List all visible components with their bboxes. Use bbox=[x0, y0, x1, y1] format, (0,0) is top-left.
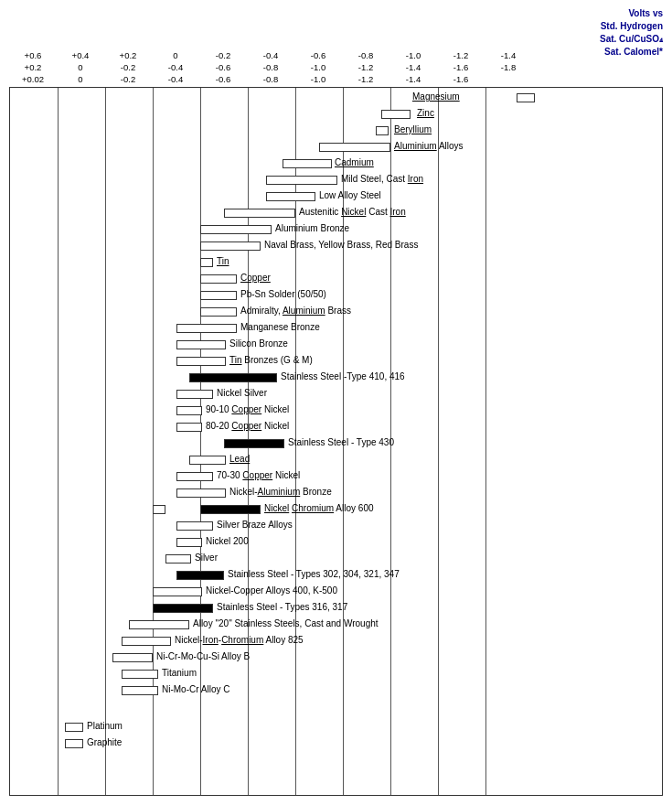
bar-beryllium bbox=[376, 126, 389, 135]
label-alloy-20: Alloy "20" Stainless Steels, Cast and Wr… bbox=[193, 618, 379, 628]
row-titanium: Titanium bbox=[10, 666, 662, 682]
row-nickel-iron-chromium-825: Nickel-Iron-Chromium Alloy 825 bbox=[10, 633, 662, 649]
axis-top: +0.6 +0.4 +0.2 0 -0.2 -0.4 -0.6 -0.8 -1.… bbox=[9, 50, 663, 89]
bar-zinc bbox=[381, 110, 411, 119]
row-aluminium-bronze: Aluminium Bronze bbox=[10, 221, 662, 238]
label-nickel-silver: Nickel Silver bbox=[217, 388, 267, 398]
label-ss-302: Stainless Steel - Types 302, 304, 321, 3… bbox=[228, 569, 400, 579]
bar-cadmium bbox=[283, 159, 332, 168]
bar-80-20-cn bbox=[176, 423, 202, 432]
label-aluminium-bronze: Aluminium Bronze bbox=[275, 223, 349, 233]
row-pb-sn-solder: Pb-Sn Solder (50/50) bbox=[10, 287, 662, 304]
row-austenitic-nickel: Austenitic Nickel Cast Iron bbox=[10, 205, 662, 221]
row-nickel-aluminium-bronze: Nickel-Aluminium Bronze bbox=[10, 485, 662, 501]
row-70-30-cn: 70-30 Copper Nickel bbox=[10, 468, 662, 485]
bar-ss-430 bbox=[224, 439, 284, 448]
bar-nickel-chromium-600-outline bbox=[153, 505, 165, 514]
axis-row3: +0.02 0 -0.2 -0.4 -0.6 -0.8 -1.0 -1.2 -1… bbox=[9, 74, 663, 84]
label-80-20-cn: 80-20 Copper Nickel bbox=[206, 421, 289, 431]
bar-titanium bbox=[122, 670, 158, 679]
bar-aluminium-alloys bbox=[319, 143, 390, 152]
bar-pb-sn-solder bbox=[200, 291, 237, 300]
bar-ss-302 bbox=[176, 571, 224, 580]
legend-line3: Sat. Cu/CuSO₄ bbox=[600, 33, 663, 46]
bar-platinum bbox=[65, 723, 83, 732]
row-nickel-copper-alloys: Nickel-Copper Alloys 400, K-500 bbox=[10, 584, 662, 600]
row-nickel-200: Nickel 200 bbox=[10, 534, 662, 551]
bar-low-alloy-steel bbox=[266, 192, 315, 201]
label-silver-braze: Silver Braze Alloys bbox=[217, 520, 293, 530]
label-platinum: Platinum bbox=[87, 721, 123, 731]
label-70-30-cn: 70-30 Copper Nickel bbox=[217, 470, 300, 480]
row-graphite: Graphite bbox=[10, 735, 662, 752]
label-manganese-bronze: Manganese Bronze bbox=[240, 322, 320, 332]
row-cadmium: Cadmium bbox=[10, 156, 662, 172]
label-cadmium: Cadmium bbox=[335, 157, 374, 167]
label-nickel-aluminium-bronze: Nickel-Aluminium Bronze bbox=[229, 487, 332, 497]
label-nickel-iron-chromium-825: Nickel-Iron-Chromium Alloy 825 bbox=[175, 635, 304, 645]
label-aluminium-alloys: Aluminium Alloys bbox=[394, 141, 464, 151]
bar-lead bbox=[189, 456, 226, 465]
bar-ss-410 bbox=[189, 373, 277, 382]
row-alloy-20: Alloy "20" Stainless Steels, Cast and Wr… bbox=[10, 617, 662, 633]
bar-silver bbox=[165, 554, 191, 564]
bar-manganese-bronze bbox=[176, 324, 237, 333]
row-lead: Lead bbox=[10, 452, 662, 468]
row-silver-braze: Silver Braze Alloys bbox=[10, 518, 662, 534]
bar-nickel-silver bbox=[176, 390, 213, 399]
label-ss-410: Stainless Steel -Type 410, 416 bbox=[281, 371, 405, 381]
chart-area: +0.6 +0.4 +0.2 0 -0.2 -0.4 -0.6 -0.8 -1.… bbox=[9, 50, 663, 796]
row-ss-316: Stainless Steel - Types 316, 317 bbox=[10, 600, 662, 617]
label-tin: Tin bbox=[217, 256, 229, 266]
bar-austenitic-nickel bbox=[224, 209, 295, 218]
page: Volts vs Std. Hydrogen Sat. Cu/CuSO₄ Sat… bbox=[0, 0, 672, 805]
bar-tin bbox=[200, 258, 213, 267]
bar-graphite bbox=[65, 739, 83, 748]
bar-ni-mo-cr-c bbox=[122, 686, 158, 695]
label-austenitic-nickel: Austenitic Nickel Cast Iron bbox=[299, 207, 406, 217]
bar-70-30-cn bbox=[176, 472, 213, 481]
bar-naval-brass bbox=[200, 242, 261, 251]
legend-line2: Std. Hydrogen bbox=[600, 20, 663, 33]
bar-admiralty bbox=[200, 307, 237, 317]
bar-ni-cr-mo-b bbox=[112, 653, 153, 662]
row-nickel-silver: Nickel Silver bbox=[10, 386, 662, 402]
label-pb-sn-solder: Pb-Sn Solder (50/50) bbox=[240, 289, 326, 299]
legend-line1: Volts vs bbox=[600, 7, 663, 20]
bar-nickel-iron-chromium-825 bbox=[122, 637, 171, 646]
axis-row2: +0.2 0 -0.2 -0.4 -0.6 -0.8 -1.0 -1.2 -1.… bbox=[9, 62, 663, 72]
row-nickel-chromium-600: Nickel Chromium Alloy 600 bbox=[10, 501, 662, 518]
label-lead: Lead bbox=[229, 454, 250, 464]
bar-alloy-20 bbox=[129, 620, 189, 629]
row-tin-bronzes: Tin Bronzes (G & M) bbox=[10, 353, 662, 370]
row-ss-410: Stainless Steel -Type 410, 416 bbox=[10, 370, 662, 386]
label-copper: Copper bbox=[240, 273, 271, 283]
bar-silver-braze bbox=[176, 521, 213, 531]
row-aluminium-alloys: Aluminium Alloys bbox=[10, 139, 662, 156]
label-titanium: Titanium bbox=[162, 668, 197, 678]
bar-tin-bronzes bbox=[176, 357, 226, 366]
label-graphite: Graphite bbox=[87, 737, 122, 747]
label-ss-430: Stainless Steel - Type 430 bbox=[288, 437, 394, 447]
row-ni-cr-mo-b: Ni-Cr-Mo-Cu-Si Alloy B bbox=[10, 649, 662, 666]
label-mild-steel: Mild Steel, Cast Iron bbox=[341, 174, 423, 184]
bar-silicon-bronze bbox=[176, 340, 226, 349]
row-low-alloy-steel: Low Alloy Steel bbox=[10, 188, 662, 205]
row-silver: Silver bbox=[10, 551, 662, 567]
row-zinc: Zinc bbox=[10, 106, 662, 123]
label-naval-brass: Naval Brass, Yellow Brass, Red Brass bbox=[264, 240, 418, 250]
axis-row1: +0.6 +0.4 +0.2 0 -0.2 -0.4 -0.6 -0.8 -1.… bbox=[9, 50, 663, 60]
row-silicon-bronze: Silicon Bronze bbox=[10, 337, 662, 353]
row-ni-mo-cr-c: Ni-Mo-Cr Alloy C bbox=[10, 682, 662, 699]
bar-nickel-copper-alloys bbox=[153, 587, 202, 596]
label-90-10-cn: 90-10 Copper Nickel bbox=[206, 404, 289, 414]
label-ni-mo-cr-c: Ni-Mo-Cr Alloy C bbox=[162, 684, 229, 694]
row-manganese-bronze: Manganese Bronze bbox=[10, 320, 662, 337]
row-copper: Copper bbox=[10, 271, 662, 287]
label-nickel-copper-alloys: Nickel-Copper Alloys 400, K-500 bbox=[206, 585, 337, 596]
label-tin-bronzes: Tin Bronzes (G & M) bbox=[229, 355, 313, 365]
row-naval-brass: Naval Brass, Yellow Brass, Red Brass bbox=[10, 238, 662, 254]
label-low-alloy-steel: Low Alloy Steel bbox=[319, 190, 381, 200]
row-90-10-cn: 90-10 Copper Nickel bbox=[10, 402, 662, 419]
row-80-20-cn: 80-20 Copper Nickel bbox=[10, 419, 662, 435]
